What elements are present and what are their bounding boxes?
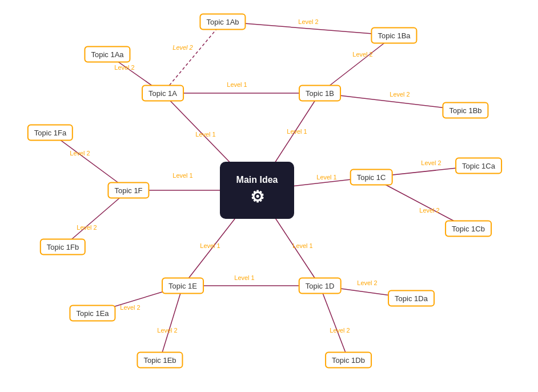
node-1Eb[interactable]: Topic 1Eb bbox=[136, 352, 183, 369]
node-1E[interactable]: Topic 1E bbox=[162, 278, 204, 294]
node-1A[interactable]: Topic 1A bbox=[142, 85, 184, 102]
node-1B[interactable]: Topic 1B bbox=[299, 85, 341, 102]
mindmap-canvas: Level 1Level 1Level 1Level 1Level 1Level… bbox=[0, 0, 538, 392]
node-1Ea[interactable]: Topic 1Ea bbox=[69, 305, 115, 322]
edge-label-20: Level 2 bbox=[298, 18, 318, 25]
main-idea-node[interactable]: Main Idea⚙ bbox=[220, 162, 294, 219]
edge-label-2: Level 1 bbox=[316, 174, 336, 181]
node-1D[interactable]: Topic 1D bbox=[299, 278, 342, 294]
edge-label-6: Level 1 bbox=[227, 81, 247, 88]
node-1F[interactable]: Topic 1F bbox=[107, 182, 149, 199]
edge-label-1: Level 1 bbox=[287, 128, 307, 135]
main-idea-label: Main Idea bbox=[236, 175, 278, 185]
node-1Fa[interactable]: Topic 1Fa bbox=[27, 125, 73, 141]
edge-label-17: Level 2 bbox=[157, 327, 177, 334]
edge-label-16: Level 2 bbox=[120, 304, 140, 311]
node-1Aa[interactable]: Topic 1Aa bbox=[84, 46, 130, 63]
node-1Ca[interactable]: Topic 1Ca bbox=[455, 158, 502, 174]
edge-label-13: Level 2 bbox=[419, 207, 439, 214]
edge-label-9: Level 2 bbox=[172, 44, 192, 51]
node-1Bb[interactable]: Topic 1Bb bbox=[442, 102, 488, 119]
edge-label-0: Level 1 bbox=[195, 131, 215, 138]
edge-label-5: Level 1 bbox=[172, 172, 192, 179]
node-1Cb[interactable]: Topic 1Cb bbox=[445, 221, 492, 237]
svg-line-22 bbox=[223, 22, 394, 35]
main-idea-icon: ⚙ bbox=[250, 187, 264, 206]
edge-label-14: Level 2 bbox=[357, 279, 377, 286]
edge-label-8: Level 2 bbox=[114, 64, 134, 71]
edge-label-4: Level 1 bbox=[200, 242, 220, 249]
edge-label-10: Level 2 bbox=[352, 51, 372, 58]
edge-label-18: Level 2 bbox=[70, 150, 90, 157]
edge-label-12: Level 2 bbox=[421, 159, 441, 166]
svg-line-17 bbox=[320, 286, 348, 360]
node-1Ab[interactable]: Topic 1Ab bbox=[199, 14, 246, 30]
edge-label-7: Level 1 bbox=[234, 274, 254, 281]
node-1Fb[interactable]: Topic 1Fb bbox=[40, 239, 86, 255]
node-1Db[interactable]: Topic 1Db bbox=[325, 352, 372, 369]
edge-label-11: Level 2 bbox=[390, 91, 409, 98]
node-1Ba[interactable]: Topic 1Ba bbox=[371, 27, 417, 44]
edge-label-3: Level 1 bbox=[292, 242, 312, 249]
node-1Da[interactable]: Topic 1Da bbox=[388, 290, 435, 307]
edge-label-15: Level 2 bbox=[330, 327, 350, 334]
edge-label-19: Level 2 bbox=[77, 224, 97, 231]
svg-line-11 bbox=[163, 22, 223, 93]
node-1C[interactable]: Topic 1C bbox=[350, 169, 393, 186]
svg-line-19 bbox=[160, 286, 183, 360]
